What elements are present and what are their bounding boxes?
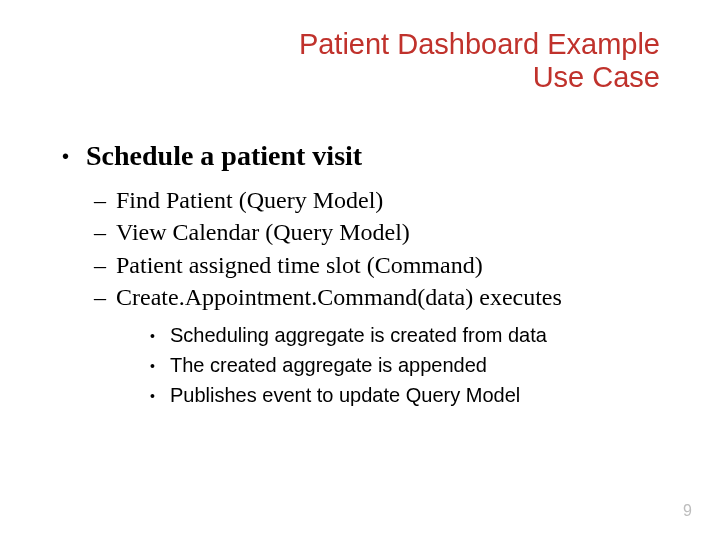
slide-title: Patient Dashboard Example Use Case <box>299 28 660 95</box>
list-item-text: The created aggregate is appended <box>170 350 487 380</box>
heading-text: Schedule a patient visit <box>86 140 362 172</box>
dash-icon: – <box>94 249 116 281</box>
list-item: – View Calendar (Query Model) <box>94 216 680 248</box>
dash-icon: – <box>94 184 116 216</box>
list-item: – Create.Appointment.Command(data) execu… <box>94 281 680 313</box>
list-item: – Patient assigned time slot (Command) <box>94 249 680 281</box>
list-item: • Scheduling aggregate is created from d… <box>150 320 680 350</box>
list-item-text: Patient assigned time slot (Command) <box>116 249 483 281</box>
heading-item: • Schedule a patient visit <box>62 140 680 172</box>
dash-icon: – <box>94 216 116 248</box>
list-item-text: Scheduling aggregate is created from dat… <box>170 320 547 350</box>
list-item-text: View Calendar (Query Model) <box>116 216 410 248</box>
list-item-text: Publishes event to update Query Model <box>170 380 520 410</box>
list-item: • Publishes event to update Query Model <box>150 380 680 410</box>
list-item-text: Find Patient (Query Model) <box>116 184 383 216</box>
title-line-1: Patient Dashboard Example <box>299 28 660 61</box>
subsub-list: • Scheduling aggregate is created from d… <box>150 320 680 410</box>
list-item: • The created aggregate is appended <box>150 350 680 380</box>
slide-body: • Schedule a patient visit – Find Patien… <box>62 140 680 410</box>
dash-icon: – <box>94 281 116 313</box>
bullet-icon: • <box>62 145 86 168</box>
title-line-2: Use Case <box>299 61 660 94</box>
sub-list: – Find Patient (Query Model) – View Cale… <box>94 184 680 410</box>
slide: Patient Dashboard Example Use Case • Sch… <box>0 0 720 540</box>
bullet-icon: • <box>150 386 170 407</box>
bullet-icon: • <box>150 356 170 377</box>
list-item-text: Create.Appointment.Command(data) execute… <box>116 281 562 313</box>
page-number: 9 <box>683 502 692 520</box>
bullet-icon: • <box>150 326 170 347</box>
list-item: – Find Patient (Query Model) <box>94 184 680 216</box>
